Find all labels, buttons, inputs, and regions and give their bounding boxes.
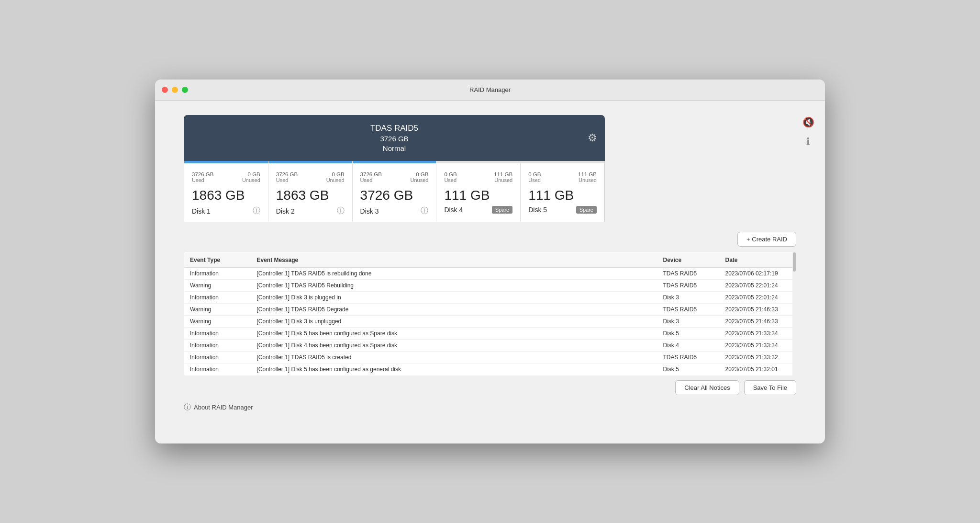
disk5-spare-badge: Spare (576, 206, 597, 214)
raid-settings-button[interactable]: ⚙ (588, 132, 597, 144)
save-to-file-button[interactable]: Save To File (744, 380, 796, 395)
event-message-cell: [Controller 1] Disk 3 is unplugged (251, 316, 657, 328)
event-date-cell: 2023/07/05 22:01:24 (720, 280, 796, 292)
window-title: RAID Manager (469, 86, 511, 93)
event-type-cell: Information (184, 328, 251, 340)
disk2-used-value: 3726 GB (276, 171, 298, 177)
event-date-cell: 2023/07/05 21:33:34 (720, 328, 796, 340)
event-device-cell: Disk 3 (657, 292, 720, 304)
event-type-cell: Information (184, 364, 251, 375)
event-table: Event Type Event Message Device Date Inf… (184, 252, 796, 375)
table-row: Warning [Controller 1] TDAS RAID5 Rebuil… (184, 280, 796, 292)
disk4-spare-badge: Spare (492, 206, 512, 214)
disk5-used-value: 0 GB (528, 171, 541, 177)
disk1-used-value: 3726 GB (192, 171, 213, 177)
event-table-body: Information [Controller 1] TDAS RAID5 is… (184, 268, 796, 375)
bottom-buttons: Clear All Notices Save To File (184, 380, 796, 395)
footer: ⓘ About RAID Manager (184, 403, 796, 412)
minimize-button[interactable] (172, 87, 178, 93)
event-message-cell: [Controller 1] Disk 5 has been configure… (251, 364, 657, 375)
event-message-cell: [Controller 1] TDAS RAID5 Degrade (251, 304, 657, 316)
disk4-unused-value: 111 GB (494, 171, 512, 177)
disk-card-3: 3726 GB Used 0 GB Unused 3726 GB Disk 3 … (353, 161, 437, 222)
titlebar: RAID Manager (155, 80, 825, 101)
event-type-cell: Information (184, 352, 251, 364)
event-device-cell: Disk 4 (657, 340, 720, 352)
disk2-bar-fill (268, 161, 352, 163)
event-message-cell: [Controller 1] Disk 5 has been configure… (251, 328, 657, 340)
event-message-cell: [Controller 1] TDAS RAID5 Rebuilding (251, 280, 657, 292)
disk1-name: Disk 1 (192, 207, 211, 215)
sound-button[interactable]: 🔇 (801, 115, 815, 129)
disk2-main-size: 1863 GB (276, 188, 345, 203)
event-device-cell: Disk 5 (657, 328, 720, 340)
disk2-name: Disk 2 (276, 207, 295, 215)
clear-all-notices-button[interactable]: Clear All Notices (675, 380, 739, 395)
disk5-footer: Disk 5 Spare (528, 206, 597, 214)
table-row: Information [Controller 1] Disk 5 has be… (184, 364, 796, 375)
raid-status: Normal (370, 144, 418, 152)
disk1-bar-fill (184, 161, 268, 163)
create-raid-button[interactable]: + Create RAID (737, 232, 796, 247)
event-message-cell: [Controller 1] Disk 4 has been configure… (251, 340, 657, 352)
table-header: Event Type Event Message Device Date (184, 253, 796, 268)
disk4-unused-label: 111 GB Unused (494, 171, 512, 183)
event-type-cell: Warning (184, 280, 251, 292)
col-header-event-message: Event Message (251, 253, 657, 268)
scrollbar-track[interactable] (792, 252, 796, 375)
disk3-used-value: 3726 GB (360, 171, 382, 177)
event-date-cell: 2023/07/05 22:01:24 (720, 292, 796, 304)
disk4-main-size: 111 GB (444, 188, 512, 203)
disk1-unused-value: 0 GB (242, 171, 260, 177)
event-message-cell: [Controller 1] Disk 3 is plugged in (251, 292, 657, 304)
event-device-cell: TDAS RAID5 (657, 268, 720, 280)
event-date-cell: 2023/07/06 02:17:19 (720, 268, 796, 280)
about-label[interactable]: About RAID Manager (194, 404, 253, 411)
disk5-used-label: 0 GB Used (528, 171, 541, 183)
disk5-bar (521, 161, 604, 163)
event-date-cell: 2023/07/05 21:33:32 (720, 352, 796, 364)
event-type-cell: Information (184, 292, 251, 304)
disk1-usage-row: 3726 GB Used 0 GB Unused (192, 171, 260, 183)
event-message-cell: [Controller 1] TDAS RAID5 is rebuilding … (251, 268, 657, 280)
info-button[interactable]: ℹ (801, 134, 815, 148)
event-log-container: Event Type Event Message Device Date Inf… (184, 252, 796, 375)
table-row: Information [Controller 1] Disk 3 is plu… (184, 292, 796, 304)
disk4-footer: Disk 4 Spare (444, 206, 512, 214)
main-window: RAID Manager 🔇 ℹ TDAS RAID5 3726 GB Norm… (155, 80, 825, 443)
event-type-cell: Warning (184, 304, 251, 316)
disk1-main-size: 1863 GB (192, 188, 260, 203)
disk5-unused-value: 111 GB (578, 171, 597, 177)
disk2-info-button[interactable]: ⓘ (337, 206, 345, 216)
disk4-name: Disk 4 (444, 206, 463, 214)
disk1-info-button[interactable]: ⓘ (253, 206, 260, 216)
disk-cards: 3726 GB Used 0 GB Unused 1863 GB Disk 1 … (184, 161, 605, 222)
disk1-unused-label: 0 GB Unused (242, 171, 260, 183)
window-controls (162, 87, 188, 93)
raid-container: TDAS RAID5 3726 GB Normal ⚙ 3726 GB (184, 115, 605, 222)
disk3-footer: Disk 3 ⓘ (360, 206, 429, 216)
disk1-footer: Disk 1 ⓘ (192, 206, 260, 216)
disk5-name: Disk 5 (528, 206, 547, 214)
raid-header-text: TDAS RAID5 3726 GB Normal (370, 124, 418, 152)
event-device-cell: Disk 5 (657, 364, 720, 375)
disk3-info-button[interactable]: ⓘ (421, 206, 428, 216)
table-row: Information [Controller 1] Disk 5 has be… (184, 328, 796, 340)
disk5-unused-label: 111 GB Unused (578, 171, 597, 183)
close-button[interactable] (162, 87, 168, 93)
event-date-cell: 2023/07/05 21:46:33 (720, 304, 796, 316)
top-icons: 🔇 ℹ (801, 115, 815, 148)
maximize-button[interactable] (182, 87, 188, 93)
event-type-cell: Information (184, 268, 251, 280)
footer-info-icon: ⓘ (184, 403, 191, 412)
main-content: 🔇 ℹ TDAS RAID5 3726 GB Normal ⚙ (155, 101, 825, 426)
event-date-cell: 2023/07/05 21:32:01 (720, 364, 796, 375)
event-device-cell: Disk 3 (657, 316, 720, 328)
disk3-used-label: 3726 GB Used (360, 171, 382, 183)
create-raid-row: + Create RAID (184, 232, 796, 247)
event-type-cell: Warning (184, 316, 251, 328)
scrollbar-thumb[interactable] (793, 252, 796, 272)
event-device-cell: TDAS RAID5 (657, 352, 720, 364)
col-header-device: Device (657, 253, 720, 268)
table-row: Information [Controller 1] Disk 4 has be… (184, 340, 796, 352)
